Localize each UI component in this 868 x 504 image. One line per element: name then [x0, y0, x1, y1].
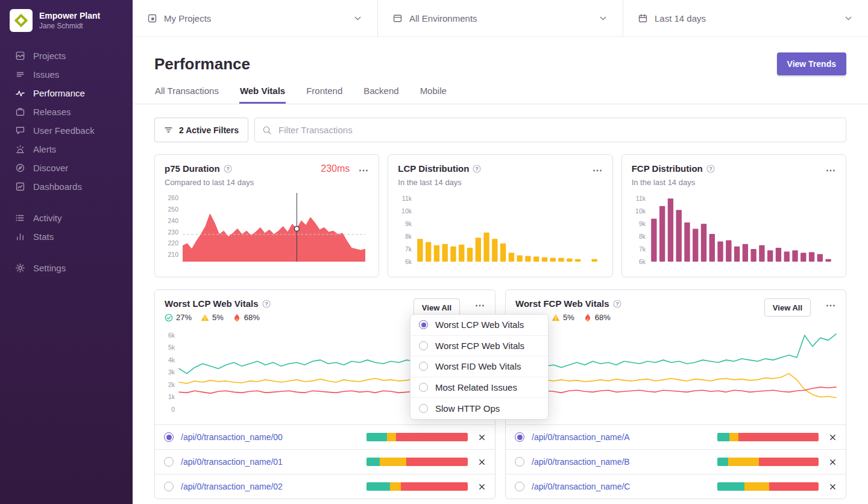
- project-selector[interactable]: My Projects: [133, 0, 378, 36]
- calendar-icon: [638, 13, 648, 24]
- menu-radio[interactable]: [419, 320, 428, 329]
- more-options-icon[interactable]: [825, 163, 836, 176]
- table-row[interactable]: /api/0/transaction_name/02: [155, 474, 495, 499]
- releases-icon: [15, 107, 25, 117]
- card-subtitle: In the last 14 days: [632, 178, 836, 187]
- sidebar-item-alerts[interactable]: Alerts: [0, 140, 133, 159]
- sidebar-item-user-feedback[interactable]: User Feedback: [0, 121, 133, 140]
- poor-badge: 68%: [583, 313, 611, 322]
- sidebar-item-activity[interactable]: Activity: [0, 209, 133, 227]
- menu-item-worst-fid[interactable]: Worst FID Web Vitals: [410, 356, 548, 377]
- date-range-selector[interactable]: Last 14 days: [623, 0, 868, 36]
- meh-badge: 5%: [552, 313, 574, 322]
- org-switcher[interactable]: Empower Plant Jane Schmidt: [0, 0, 133, 46]
- table-row[interactable]: /api/0/transaction_name/C: [506, 474, 846, 499]
- project-selector-label: My Projects: [164, 13, 346, 24]
- more-options-icon[interactable]: [358, 163, 369, 176]
- sidebar-item-performance[interactable]: Performance: [0, 84, 133, 102]
- chevron-down-icon: [353, 13, 363, 24]
- date-range-label: Last 14 days: [655, 13, 837, 24]
- menu-radio[interactable]: [419, 341, 428, 350]
- menu-radio[interactable]: [419, 404, 428, 413]
- active-filters-button[interactable]: 2 Active Filters: [154, 118, 248, 142]
- menu-item-worst-fcp[interactable]: Worst FCP Web Vitals: [410, 336, 548, 357]
- table-row[interactable]: /api/0/transaction_name/A: [506, 424, 846, 449]
- page-body: 2 Active Filters p75 Duration ? 230ms: [133, 104, 868, 504]
- menu-item-slow-http-ops[interactable]: Slow HTTP Ops: [410, 398, 548, 419]
- transaction-link[interactable]: /api/0/transaction_name/01: [181, 457, 283, 467]
- p75-duration-chart: 210220230240250260: [165, 190, 369, 266]
- help-icon[interactable]: ?: [473, 165, 481, 173]
- alerts-icon: [15, 144, 25, 154]
- close-icon[interactable]: [829, 458, 837, 466]
- svg-text:11k: 11k: [402, 195, 412, 202]
- environment-selector[interactable]: All Environments: [378, 0, 623, 36]
- close-icon[interactable]: [829, 433, 837, 441]
- close-icon[interactable]: [478, 433, 486, 441]
- row-radio[interactable]: [164, 432, 174, 442]
- meh-badge: 5%: [201, 313, 224, 322]
- svg-text:220: 220: [168, 239, 178, 247]
- view-all-button[interactable]: View All: [764, 298, 811, 317]
- more-options-icon[interactable]: [825, 298, 836, 311]
- tab-web-vitals[interactable]: Web Vitals: [239, 86, 286, 104]
- close-icon[interactable]: [829, 483, 837, 491]
- menu-radio[interactable]: [419, 383, 428, 392]
- close-icon[interactable]: [478, 483, 486, 491]
- user-name: Jane Schmidt: [39, 22, 100, 30]
- help-icon[interactable]: ?: [706, 165, 715, 173]
- svg-text:?: ?: [226, 165, 229, 171]
- performance-icon: [15, 88, 25, 98]
- transaction-link[interactable]: /api/0/transaction_name/00: [181, 432, 283, 442]
- row-radio[interactable]: [515, 432, 524, 442]
- transaction-link[interactable]: /api/0/transaction_name/02: [181, 482, 283, 491]
- help-icon[interactable]: ?: [262, 300, 271, 308]
- transaction-link[interactable]: /api/0/transaction_name/B: [532, 457, 630, 467]
- sidebar-item-dashboards[interactable]: Dashboards: [0, 177, 133, 196]
- row-radio[interactable]: [515, 457, 524, 467]
- search-input[interactable]: [254, 118, 846, 142]
- transaction-link[interactable]: /api/0/transaction_name/C: [532, 482, 630, 491]
- svg-text:230: 230: [168, 228, 178, 236]
- menu-item-worst-lcp[interactable]: Worst LCP Web Vitals: [410, 315, 548, 336]
- card-title: LCP Distribution: [398, 163, 469, 174]
- more-options-icon[interactable]: [474, 298, 485, 311]
- sidebar-item-projects[interactable]: Projects: [0, 46, 133, 65]
- row-radio[interactable]: [164, 457, 174, 467]
- warning-icon: [552, 313, 560, 322]
- help-icon[interactable]: ?: [613, 300, 621, 308]
- svg-text:2k: 2k: [168, 381, 175, 388]
- card-subtitle: In the last 14 days: [398, 178, 602, 187]
- filter-icon: [164, 125, 173, 134]
- sidebar-item-settings[interactable]: Settings: [0, 259, 133, 277]
- transaction-link[interactable]: /api/0/transaction_name/A: [532, 432, 630, 442]
- tab-backend[interactable]: Backend: [363, 86, 399, 104]
- sidebar-item-releases[interactable]: Releases: [0, 102, 133, 121]
- svg-text:6k: 6k: [405, 258, 412, 265]
- page-header: Performance View Trends: [133, 37, 868, 75]
- view-trends-button[interactable]: View Trends: [777, 52, 846, 75]
- row-radio[interactable]: [515, 482, 524, 491]
- p75-duration-card: p75 Duration ? 230ms Compared to last 14…: [154, 154, 379, 277]
- tab-mobile[interactable]: Mobile: [420, 86, 447, 104]
- vitals-breakdown-bar: [717, 433, 819, 441]
- svg-text:9k: 9k: [639, 220, 646, 227]
- svg-text:?: ?: [709, 165, 712, 171]
- sidebar-item-stats[interactable]: Stats: [0, 227, 133, 246]
- activity-icon: [15, 213, 25, 223]
- sidebar-item-issues[interactable]: Issues: [0, 65, 133, 84]
- more-options-icon[interactable]: [592, 163, 603, 176]
- table-row[interactable]: /api/0/transaction_name/00: [155, 424, 495, 449]
- vitals-breakdown-bar: [366, 458, 468, 466]
- close-icon[interactable]: [478, 458, 486, 466]
- sidebar-item-discover[interactable]: Discover: [0, 159, 133, 177]
- menu-item-most-related-issues[interactable]: Most Related Issues: [410, 377, 548, 398]
- tab-all-transactions[interactable]: All Transactions: [154, 86, 219, 104]
- svg-text:4k: 4k: [168, 356, 175, 364]
- tab-frontend[interactable]: Frontend: [306, 86, 343, 104]
- table-row[interactable]: /api/0/transaction_name/01: [155, 449, 495, 474]
- help-icon[interactable]: ?: [224, 165, 232, 173]
- row-radio[interactable]: [164, 482, 174, 491]
- table-row[interactable]: /api/0/transaction_name/B: [506, 449, 846, 474]
- menu-radio[interactable]: [419, 362, 428, 371]
